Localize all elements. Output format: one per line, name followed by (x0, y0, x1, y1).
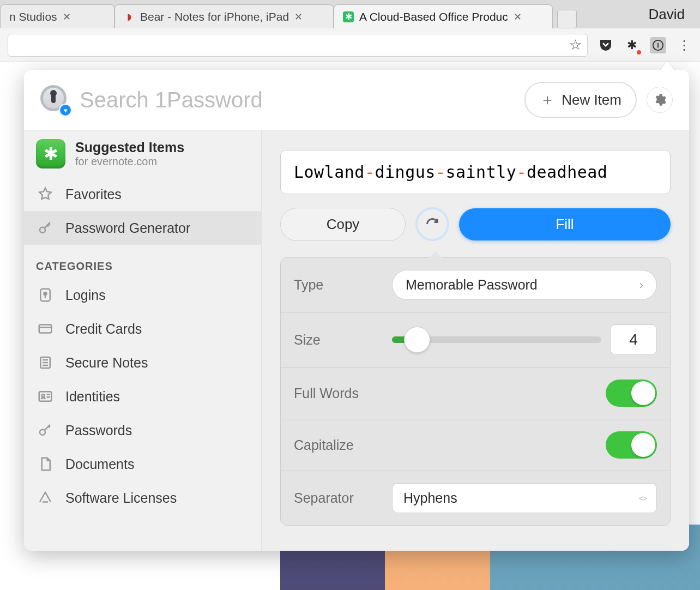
separator-value: Hyphens (403, 490, 457, 506)
capitalize-toggle[interactable] (606, 431, 657, 459)
profile-name-label[interactable]: David (638, 6, 696, 23)
new-item-button[interactable]: ＋ New Item (524, 82, 637, 118)
sidebar-item-secure-notes[interactable]: Secure Notes (24, 346, 261, 380)
browser-tab[interactable]: n Studios ✕ (0, 4, 114, 28)
gear-icon (653, 93, 667, 107)
option-row-type: Type Memorable Password › (281, 258, 670, 312)
tab-title: A Cloud-Based Office Produc (359, 10, 508, 23)
new-tab-button[interactable] (557, 10, 577, 28)
keyhole-icon (36, 286, 55, 304)
updown-icon: ︿﹀ (639, 494, 645, 503)
evernote-favicon-icon: ✱ (343, 11, 354, 22)
option-label: Capitalize (294, 437, 595, 453)
star-icon (36, 185, 55, 203)
type-select[interactable]: Memorable Password › (392, 270, 657, 300)
browser-toolbar: ☆ ✱ ⋮ (0, 28, 700, 62)
full-words-toggle[interactable] (606, 380, 657, 407)
note-icon (36, 353, 55, 372)
categories-header: CATEGORIES (24, 245, 261, 278)
generator-options-card: Type Memorable Password › Size (280, 257, 671, 526)
browser-menu-icon[interactable]: ⋮ (676, 37, 692, 53)
type-value: Memorable Password (406, 277, 538, 293)
close-icon[interactable]: ✕ (514, 11, 522, 23)
svg-point-4 (44, 292, 47, 295)
browser-tab-active[interactable]: ✱ A Cloud-Based Office Produc ✕ (334, 4, 553, 28)
sidebar-item-label: Favorites (65, 186, 122, 202)
sidebar-item-credit-cards[interactable]: Credit Cards (24, 312, 261, 346)
sidebar-item-label: Password Generator (65, 220, 190, 236)
sidebar-item-software-licenses[interactable]: Software Licenses (24, 481, 261, 515)
svg-point-9 (40, 430, 45, 435)
sidebar-item-passwords[interactable]: Passwords (24, 413, 261, 447)
popup-header: ▾ ＋ New Item (24, 70, 689, 130)
sidebar-item-password-generator[interactable]: Password Generator (24, 211, 261, 245)
1password-popup: ▾ ＋ New Item ✱ Suggested Items for evern… (24, 70, 689, 551)
sidebar-item-label: Documents (65, 456, 134, 472)
sidebar-item-label: Credit Cards (65, 321, 142, 337)
svg-point-2 (40, 227, 45, 233)
settings-button[interactable] (647, 87, 673, 113)
browser-tab[interactable]: ◗ Bear - Notes for iPhone, iPad ✕ (114, 4, 334, 28)
sidebar-item-documents[interactable]: Documents (24, 447, 261, 481)
size-slider[interactable] (392, 336, 601, 343)
tab-title: Bear - Notes for iPhone, iPad (140, 10, 289, 23)
bear-favicon-icon: ◗ (124, 11, 135, 22)
chevron-right-icon: › (639, 278, 643, 292)
sidebar-item-logins[interactable]: Logins (24, 278, 261, 312)
suggested-subtitle: for evernote.com (75, 155, 184, 168)
option-label: Type (294, 277, 381, 293)
omnibox[interactable]: ☆ (8, 34, 588, 57)
regenerate-button[interactable] (415, 207, 449, 241)
pocket-extension-icon[interactable] (598, 37, 614, 53)
size-value-box[interactable]: 4 (610, 324, 657, 355)
account-chevron-icon[interactable]: ▾ (59, 104, 72, 117)
option-label: Full Words (294, 386, 595, 401)
sidebar-item-identities[interactable]: Identities (24, 380, 261, 413)
1password-app-icon[interactable]: ▾ (40, 85, 70, 115)
document-icon (36, 455, 55, 473)
option-row-capitalize: Capitalize (281, 419, 670, 471)
browser-tabstrip: n Studios ✕ ◗ Bear - Notes for iPhone, i… (0, 0, 700, 28)
sidebar-item-suggested[interactable]: ✱ Suggested Items for evernote.com (24, 130, 261, 177)
option-row-size: Size 4 (281, 312, 670, 368)
suggested-title: Suggested Items (75, 140, 184, 155)
1password-extension-icon[interactable] (650, 37, 666, 53)
bookmark-star-icon[interactable]: ☆ (569, 37, 582, 53)
slider-knob[interactable] (404, 327, 430, 353)
sidebar-item-label: Passwords (65, 423, 132, 438)
svg-rect-1 (657, 43, 659, 47)
password-generator-panel: Lowland-dingus-saintly-deadhead Copy Fil… (262, 130, 689, 551)
refresh-icon (425, 216, 440, 232)
option-label: Separator (294, 490, 381, 506)
sidebar-item-favorites[interactable]: Favorites (24, 177, 261, 211)
key-icon (36, 219, 55, 237)
sidebar-item-label: Identities (65, 389, 120, 405)
credit-card-icon (36, 320, 55, 338)
popup-body: ✱ Suggested Items for evernote.com Favor… (24, 130, 689, 551)
popup-pointer (660, 61, 675, 71)
evernote-clipper-extension-icon[interactable]: ✱ (624, 37, 640, 53)
option-row-separator: Separator Hyphens ︿﹀ (281, 471, 670, 525)
close-icon[interactable]: ✕ (63, 11, 71, 23)
evernote-icon: ✱ (36, 139, 65, 168)
option-label: Size (294, 332, 381, 348)
svg-point-8 (42, 394, 45, 397)
search-input[interactable] (80, 88, 515, 112)
generated-password-display[interactable]: Lowland-dingus-saintly-deadhead (280, 150, 671, 194)
close-icon[interactable]: ✕ (294, 11, 303, 23)
sidebar-item-label: Secure Notes (65, 355, 148, 371)
id-card-icon (36, 387, 55, 406)
generator-actions: Copy Fill (280, 207, 671, 241)
sidebar: ✱ Suggested Items for evernote.com Favor… (24, 130, 262, 551)
plus-icon: ＋ (540, 89, 555, 110)
option-row-full-words: Full Words (281, 368, 670, 419)
separator-select[interactable]: Hyphens ︿﹀ (392, 483, 657, 513)
sidebar-item-label: Software Licenses (65, 490, 177, 506)
key-icon (36, 421, 55, 440)
fill-button[interactable]: Fill (459, 208, 671, 240)
sidebar-item-label: Logins (65, 287, 106, 303)
tab-title: n Studios (9, 10, 57, 23)
svg-rect-5 (39, 325, 52, 333)
license-icon (36, 489, 55, 507)
copy-button[interactable]: Copy (280, 208, 406, 241)
